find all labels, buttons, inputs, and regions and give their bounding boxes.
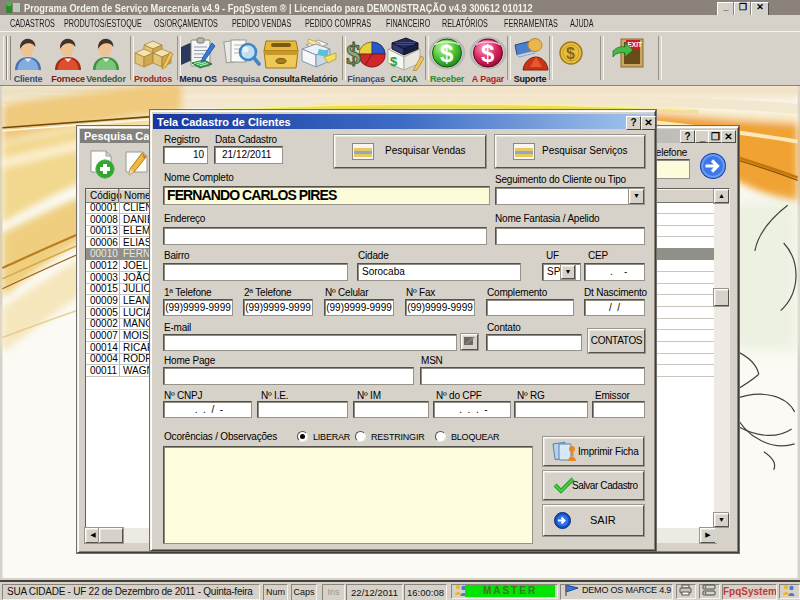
svg-text:$: $: [346, 37, 361, 70]
svg-text:$: $: [440, 40, 454, 67]
svg-text:$: $: [481, 40, 495, 67]
svg-text:$: $: [566, 45, 575, 62]
svg-text:$: $: [390, 54, 398, 69]
